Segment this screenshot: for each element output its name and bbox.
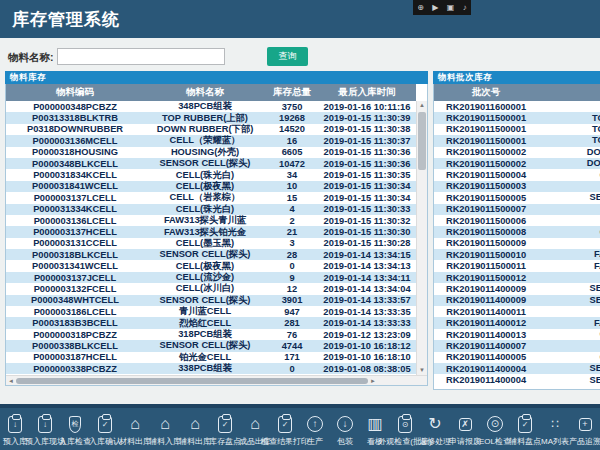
horizontal-scrollbar[interactable]: ◄ ► (6, 375, 427, 385)
toolbar-item[interactable]: ↑ 生产 (300, 408, 330, 450)
cell-batch-number: RK2019011500007 (434, 204, 538, 214)
scroll-up-icon[interactable]: ▲ (417, 101, 427, 110)
toolbar-item[interactable]: + 产品追溯 (570, 408, 600, 450)
toolbar-item-label: 入库检查 (59, 438, 91, 446)
batch-inventory-panel: 物料批次库存 批次号 物料名称 RK2019011600001 348PCB组装… (433, 71, 600, 390)
warehouse-icon: ⌂ (185, 414, 205, 434)
snapshot-icon[interactable]: ▣ (447, 4, 455, 12)
toolbar-item[interactable]: ✓ 辅料盘点 (510, 408, 540, 450)
query-button[interactable]: 查询 (267, 47, 308, 66)
cell-last-inbound: 2019-01-10 16:18:12 (318, 341, 416, 351)
cell-material-code: P000003186LCELL (6, 307, 144, 317)
toolbar-item-label: 返修处理 (419, 438, 451, 446)
panel-title-material-inventory: 物料库存 (5, 71, 428, 84)
toolbar-item[interactable]: ∷ MA列表 (540, 408, 570, 450)
scroll-thumb[interactable] (418, 112, 426, 170)
cell-last-inbound: 2019-01-10 16:18:10 (318, 352, 416, 362)
scroll-right-icon[interactable]: ► (368, 378, 378, 384)
sound-icon[interactable]: ♪ (463, 4, 467, 12)
cell-last-inbound: 2019-01-15 11:30:36 (318, 147, 416, 157)
toolbar-item[interactable]: 检 入库检查 (60, 408, 90, 450)
cell-batch-number: RK2019011400007 (434, 341, 538, 351)
cell-batch-number: RK2019011500010 (434, 250, 538, 260)
cell-last-inbound: 2019-01-14 13:34:13 (318, 261, 416, 271)
material-name-label: 物料名称: (8, 51, 54, 65)
cell-total-stock: 3 (266, 238, 318, 248)
table-row[interactable]: RK2019011400004 SENSOR CELL(探头) (434, 374, 600, 385)
cell-batch-number: RK2019011500006 (434, 216, 538, 226)
box-x-icon: ✗ (455, 414, 475, 434)
cell-total-stock: 3901 (266, 295, 318, 305)
cell-batch-number: RK2019011500011 (434, 261, 538, 271)
toolbar-item[interactable]: ✓ 入库确认 (90, 408, 120, 450)
search-bar: 物料名称: 查询 (0, 38, 600, 70)
cell-last-inbound: 2019-01-14 13:33:33 (318, 318, 416, 328)
toolbar-item[interactable]: ⊙ 外观检查(批量) (390, 408, 420, 450)
toolbar-item[interactable]: ✓ 检查结果打印 (270, 408, 300, 450)
play-icon[interactable]: ▶ (432, 4, 438, 12)
cell-material-code: P000031341WCELL (6, 261, 144, 271)
toolbar-item[interactable]: ⊙ EOL检查 (480, 408, 510, 450)
toolbar-item-label: 辅料盘点 (509, 438, 541, 446)
cell-batch-number: RK2019011400012 (434, 318, 538, 328)
scroll-left-icon[interactable]: ◄ (6, 378, 16, 384)
toolbar-item[interactable]: ⌂ 辅料出库 (180, 408, 210, 450)
toolbar-item[interactable]: ⌂ 辅料入库 (150, 408, 180, 450)
toolbar-item[interactable]: ✗ 申请报废 (450, 408, 480, 450)
cell-batch-number: RK2019011500008 (434, 227, 538, 237)
cell-batch-number: RK2019011500001 (434, 113, 538, 123)
cell-total-stock: 0 (266, 261, 318, 271)
settings-icon[interactable]: ⊕ (417, 4, 424, 12)
cell-total-stock: 16 (266, 136, 318, 146)
cell-total-stock: 0 (266, 364, 318, 374)
cell-total-stock: 171 (266, 352, 318, 362)
cell-total-stock: 15 (266, 193, 318, 203)
clipboard-in-icon: ↓ (5, 414, 25, 434)
cell-batch-number: RK2019011400013 (434, 330, 538, 340)
cell-batch-number: RK2019011500003 (434, 181, 538, 191)
toolbar-item[interactable]: ↓ 包装 (330, 408, 360, 450)
cell-last-inbound: 2019-01-12 13:23:09 (318, 330, 416, 340)
toolbar-item-label: EOL检查 (479, 438, 511, 446)
toolbar-item[interactable]: ↓ 预入库现场 (30, 408, 60, 450)
batch-table-rows: RK2019011600001 348PCB组装 RK2019011500001… (434, 101, 600, 389)
cell-material-code: P000003137HCELL (6, 227, 144, 237)
toolbar-item[interactable]: ↻ 返修处理 (420, 408, 450, 450)
cell-batch-number: RK2019011500005 (434, 193, 538, 203)
cell-last-inbound: 2019-01-14 13:34:11 (318, 273, 416, 283)
scroll-down-icon[interactable]: ▼ (417, 366, 427, 375)
cell-total-stock: 14520 (266, 124, 318, 134)
warehouse-icon: ⌂ (125, 414, 145, 434)
page-title: 库存管理系统 (12, 8, 120, 31)
cell-total-stock: 21 (266, 227, 318, 237)
toolbar-item-label: 辅料出库 (179, 438, 211, 446)
cell-last-inbound: 2019-01-14 13:34:04 (318, 284, 416, 294)
cell-total-stock: 4744 (266, 341, 318, 351)
scope-icon: ⊙ (485, 414, 505, 434)
table-row[interactable]: P000000338PCBZZ 338PCB组装 0 2019-01-08 08… (6, 363, 416, 374)
cell-material-code: P000003131CCELL (6, 238, 144, 248)
cell-total-stock: 28 (266, 250, 318, 260)
cell-total-stock: 9 (266, 273, 318, 283)
cell-total-stock: 281 (266, 318, 318, 328)
toolbar-item[interactable]: ⌂ 材料出库 (120, 408, 150, 450)
refresh-icon: ↻ (425, 414, 445, 434)
cell-total-stock: 34 (266, 170, 318, 180)
vertical-scrollbar[interactable]: ▲ ▼ (416, 101, 427, 375)
cell-total-stock: 4 (266, 204, 318, 214)
toolbar-item[interactable]: ✓ 库存盘点 (210, 408, 240, 450)
cell-material-code: P0318DOWNRUBBER (6, 124, 144, 134)
cell-last-inbound: 2019-01-14 13:34:15 (318, 250, 416, 260)
cell-batch-number: RK2019011400011 (434, 307, 538, 317)
cell-batch-number: RK2019011400004 (434, 375, 538, 385)
cell-last-inbound: 2019-01-15 11:30:28 (318, 238, 416, 248)
app-header: 库存管理系统 ⊕▶▣♪ (0, 0, 600, 38)
cell-material-code: P000003137LCELL (6, 193, 144, 203)
material-inventory-panel: 物料库存 物料编码 物料名称 库存总量 最后入库时间 P000000348PCB… (5, 71, 428, 386)
hscroll-thumb[interactable] (16, 378, 368, 384)
material-name-input[interactable] (57, 48, 225, 65)
cell-material-code: P0000338BLKCELL (6, 341, 144, 351)
dots-icon: ∷ (545, 414, 565, 434)
cell-material-code: P0000348WHTCELL (6, 295, 144, 305)
clipboard-check-icon: ✓ (515, 414, 535, 434)
